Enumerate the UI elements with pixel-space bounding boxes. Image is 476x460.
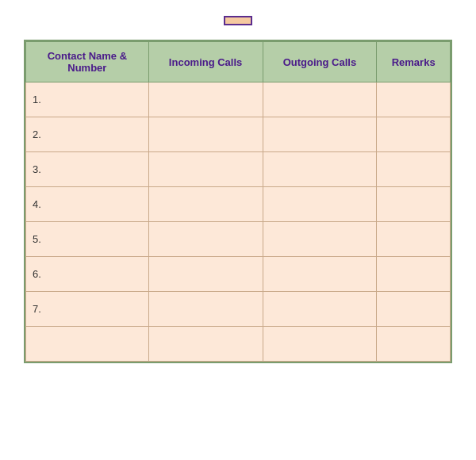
cell-contact-1: 2. (26, 117, 149, 152)
cell-remarks-4 (377, 222, 451, 257)
cell-contact-3: 4. (26, 187, 149, 222)
cell-incoming-7 (148, 327, 263, 362)
cell-remarks-7 (377, 327, 451, 362)
table-container: Contact Name & Number Incoming Calls Out… (24, 40, 452, 363)
cell-contact-4: 5. (26, 222, 149, 257)
cell-incoming-2 (148, 152, 263, 187)
page-title (224, 16, 252, 25)
cell-incoming-1 (148, 117, 263, 152)
cell-contact-0: 1. (26, 82, 149, 117)
table-row: 7. (26, 292, 451, 327)
cell-outgoing-5 (263, 257, 377, 292)
cell-remarks-3 (377, 187, 451, 222)
cell-incoming-0 (148, 82, 263, 117)
cell-outgoing-7 (263, 327, 377, 362)
cell-contact-5: 6. (26, 257, 149, 292)
cell-contact-7 (26, 327, 149, 362)
table-row: 5. (26, 222, 451, 257)
column-header-outgoing: Outgoing Calls (263, 42, 377, 82)
cell-incoming-6 (148, 292, 263, 327)
cell-remarks-2 (377, 152, 451, 187)
cell-contact-6: 7. (26, 292, 149, 327)
cell-remarks-5 (377, 257, 451, 292)
table-row: 1. (26, 82, 451, 117)
cell-outgoing-0 (263, 82, 377, 117)
cell-remarks-6 (377, 292, 451, 327)
cell-outgoing-6 (263, 292, 377, 327)
cell-outgoing-3 (263, 187, 377, 222)
cell-remarks-0 (377, 82, 451, 117)
table-row: 6. (26, 257, 451, 292)
cell-incoming-4 (148, 222, 263, 257)
cell-outgoing-1 (263, 117, 377, 152)
cell-contact-2: 3. (26, 152, 149, 187)
table-row: 2. (26, 117, 451, 152)
cell-outgoing-2 (263, 152, 377, 187)
cell-incoming-5 (148, 257, 263, 292)
cell-incoming-3 (148, 187, 263, 222)
table-row (26, 327, 451, 362)
cell-remarks-1 (377, 117, 451, 152)
column-header-remarks: Remarks (377, 42, 451, 82)
phone-log-table: Contact Name & Number Incoming Calls Out… (25, 41, 451, 362)
table-row: 4. (26, 187, 451, 222)
column-header-incoming: Incoming Calls (148, 42, 263, 82)
column-header-contact: Contact Name & Number (26, 42, 149, 82)
table-row: 3. (26, 152, 451, 187)
cell-outgoing-4 (263, 222, 377, 257)
table-header-row: Contact Name & Number Incoming Calls Out… (26, 42, 451, 82)
